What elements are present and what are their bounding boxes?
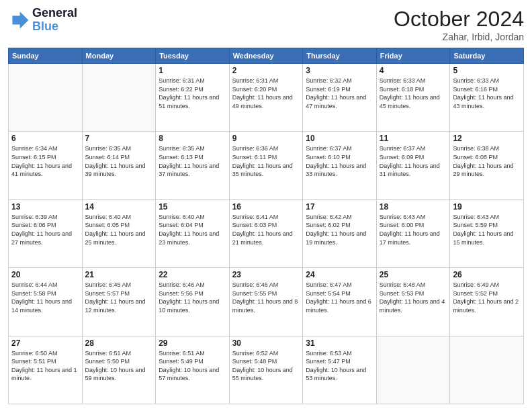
- day-number: 10: [306, 134, 373, 143]
- day-info: Sunrise: 6:33 AM Sunset: 6:16 PM Dayligh…: [453, 77, 521, 110]
- day-info: Sunrise: 6:51 AM Sunset: 5:49 PM Dayligh…: [159, 349, 226, 383]
- day-info: Sunrise: 6:50 AM Sunset: 5:51 PM Dayligh…: [11, 349, 79, 383]
- calendar-cell: 28Sunrise: 6:51 AM Sunset: 5:50 PM Dayli…: [82, 336, 156, 404]
- day-number: 8: [159, 134, 226, 143]
- calendar-cell: 17Sunrise: 6:42 AM Sunset: 6:02 PM Dayli…: [303, 199, 377, 267]
- calendar-cell: 29Sunrise: 6:51 AM Sunset: 5:49 PM Dayli…: [156, 336, 230, 404]
- calendar-cell: 9Sunrise: 6:36 AM Sunset: 6:11 PM Daylig…: [229, 132, 303, 199]
- day-info: Sunrise: 6:37 AM Sunset: 6:09 PM Dayligh…: [380, 144, 447, 178]
- calendar-cell: 8Sunrise: 6:35 AM Sunset: 6:13 PM Daylig…: [156, 132, 230, 199]
- day-number: 21: [85, 270, 153, 279]
- calendar-cell: 4Sunrise: 6:33 AM Sunset: 6:18 PM Daylig…: [376, 64, 450, 132]
- calendar-cell: [82, 64, 156, 132]
- day-number: 9: [232, 134, 300, 143]
- calendar-cell: 21Sunrise: 6:45 AM Sunset: 5:57 PM Dayli…: [82, 268, 156, 336]
- calendar-cell: 10Sunrise: 6:37 AM Sunset: 6:10 PM Dayli…: [303, 132, 377, 199]
- calendar: SundayMondayTuesdayWednesdayThursdayFrid…: [8, 48, 524, 404]
- calendar-cell: [9, 64, 83, 132]
- day-info: Sunrise: 6:31 AM Sunset: 6:20 PM Dayligh…: [232, 77, 300, 110]
- day-info: Sunrise: 6:46 AM Sunset: 5:56 PM Dayligh…: [159, 281, 226, 314]
- calendar-cell: 11Sunrise: 6:37 AM Sunset: 6:09 PM Dayli…: [376, 132, 450, 199]
- day-info: Sunrise: 6:37 AM Sunset: 6:10 PM Dayligh…: [306, 144, 373, 178]
- day-info: Sunrise: 6:31 AM Sunset: 6:22 PM Dayligh…: [159, 77, 226, 110]
- day-number: 7: [85, 134, 153, 143]
- logo-line2: Blue: [32, 20, 77, 34]
- day-number: 14: [85, 202, 153, 212]
- day-number: 19: [453, 202, 521, 212]
- day-header-thursday: Thursday: [303, 48, 377, 64]
- day-number: 30: [232, 338, 300, 348]
- day-number: 20: [11, 270, 79, 279]
- day-number: 22: [159, 270, 226, 279]
- day-number: 4: [380, 66, 447, 75]
- day-header-friday: Friday: [376, 48, 450, 64]
- calendar-cell: 23Sunrise: 6:46 AM Sunset: 5:55 PM Dayli…: [229, 268, 303, 336]
- day-header-saturday: Saturday: [450, 48, 524, 64]
- day-info: Sunrise: 6:36 AM Sunset: 6:11 PM Dayligh…: [232, 144, 300, 178]
- day-number: 27: [11, 338, 79, 348]
- calendar-cell: [450, 336, 524, 404]
- day-info: Sunrise: 6:32 AM Sunset: 6:19 PM Dayligh…: [306, 77, 373, 110]
- day-info: Sunrise: 6:40 AM Sunset: 6:04 PM Dayligh…: [159, 213, 226, 246]
- calendar-header-row: SundayMondayTuesdayWednesdayThursdayFrid…: [9, 48, 524, 64]
- day-info: Sunrise: 6:48 AM Sunset: 5:53 PM Dayligh…: [380, 281, 447, 314]
- logo-line1: General: [32, 7, 77, 20]
- calendar-cell: 14Sunrise: 6:40 AM Sunset: 6:05 PM Dayli…: [82, 199, 156, 267]
- calendar-cell: 31Sunrise: 6:53 AM Sunset: 5:47 PM Dayli…: [303, 336, 377, 404]
- day-info: Sunrise: 6:35 AM Sunset: 6:14 PM Dayligh…: [85, 144, 153, 178]
- logo: General Blue: [8, 7, 77, 34]
- day-header-wednesday: Wednesday: [229, 48, 303, 64]
- day-info: Sunrise: 6:53 AM Sunset: 5:47 PM Dayligh…: [306, 349, 373, 383]
- day-info: Sunrise: 6:52 AM Sunset: 5:48 PM Dayligh…: [232, 349, 300, 383]
- day-info: Sunrise: 6:47 AM Sunset: 5:54 PM Dayligh…: [306, 281, 373, 314]
- calendar-cell: 1Sunrise: 6:31 AM Sunset: 6:22 PM Daylig…: [156, 64, 230, 132]
- day-info: Sunrise: 6:44 AM Sunset: 5:58 PM Dayligh…: [11, 281, 79, 314]
- calendar-cell: 7Sunrise: 6:35 AM Sunset: 6:14 PM Daylig…: [82, 132, 156, 199]
- calendar-cell: 26Sunrise: 6:49 AM Sunset: 5:52 PM Dayli…: [450, 268, 524, 336]
- day-number: 11: [380, 134, 447, 143]
- day-info: Sunrise: 6:51 AM Sunset: 5:50 PM Dayligh…: [85, 349, 153, 383]
- day-number: 26: [453, 270, 521, 279]
- day-number: 17: [306, 202, 373, 212]
- day-number: 18: [380, 202, 447, 212]
- calendar-cell: 13Sunrise: 6:39 AM Sunset: 6:06 PM Dayli…: [9, 199, 83, 267]
- calendar-cell: 16Sunrise: 6:41 AM Sunset: 6:03 PM Dayli…: [229, 199, 303, 267]
- day-header-monday: Monday: [82, 48, 156, 64]
- page: General Blue October 2024 Zahar, Irbid, …: [0, 0, 532, 411]
- day-number: 31: [306, 338, 373, 348]
- calendar-cell: 5Sunrise: 6:33 AM Sunset: 6:16 PM Daylig…: [450, 64, 524, 132]
- calendar-cell: 3Sunrise: 6:32 AM Sunset: 6:19 PM Daylig…: [303, 64, 377, 132]
- day-number: 24: [306, 270, 373, 279]
- day-number: 1: [159, 66, 226, 75]
- day-info: Sunrise: 6:42 AM Sunset: 6:02 PM Dayligh…: [306, 213, 373, 246]
- calendar-cell: 6Sunrise: 6:34 AM Sunset: 6:15 PM Daylig…: [9, 132, 83, 199]
- day-number: 5: [453, 66, 521, 75]
- calendar-cell: 22Sunrise: 6:46 AM Sunset: 5:56 PM Dayli…: [156, 268, 230, 336]
- day-number: 15: [159, 202, 226, 212]
- day-number: 23: [232, 270, 300, 279]
- calendar-cell: 24Sunrise: 6:47 AM Sunset: 5:54 PM Dayli…: [303, 268, 377, 336]
- day-number: 29: [159, 338, 226, 348]
- day-info: Sunrise: 6:34 AM Sunset: 6:15 PM Dayligh…: [11, 144, 79, 178]
- week-row-4: 27Sunrise: 6:50 AM Sunset: 5:51 PM Dayli…: [9, 336, 524, 404]
- day-info: Sunrise: 6:38 AM Sunset: 6:08 PM Dayligh…: [453, 144, 521, 178]
- day-header-sunday: Sunday: [9, 48, 83, 64]
- month-title: October 2024: [394, 7, 524, 32]
- day-number: 6: [11, 134, 79, 143]
- location: Zahar, Irbid, Jordan: [394, 32, 524, 42]
- day-info: Sunrise: 6:39 AM Sunset: 6:06 PM Dayligh…: [11, 213, 79, 246]
- calendar-cell: 15Sunrise: 6:40 AM Sunset: 6:04 PM Dayli…: [156, 199, 230, 267]
- week-row-0: 1Sunrise: 6:31 AM Sunset: 6:22 PM Daylig…: [9, 64, 524, 132]
- week-row-3: 20Sunrise: 6:44 AM Sunset: 5:58 PM Dayli…: [9, 268, 524, 336]
- day-info: Sunrise: 6:49 AM Sunset: 5:52 PM Dayligh…: [453, 281, 521, 314]
- day-info: Sunrise: 6:43 AM Sunset: 5:59 PM Dayligh…: [453, 213, 521, 246]
- day-number: 16: [232, 202, 300, 212]
- day-info: Sunrise: 6:41 AM Sunset: 6:03 PM Dayligh…: [232, 213, 300, 246]
- day-number: 13: [11, 202, 79, 212]
- logo-icon: [8, 9, 30, 31]
- day-info: Sunrise: 6:33 AM Sunset: 6:18 PM Dayligh…: [380, 77, 447, 110]
- day-number: 3: [306, 66, 373, 75]
- title-block: October 2024 Zahar, Irbid, Jordan: [394, 7, 524, 42]
- day-number: 2: [232, 66, 300, 75]
- calendar-cell: 12Sunrise: 6:38 AM Sunset: 6:08 PM Dayli…: [450, 132, 524, 199]
